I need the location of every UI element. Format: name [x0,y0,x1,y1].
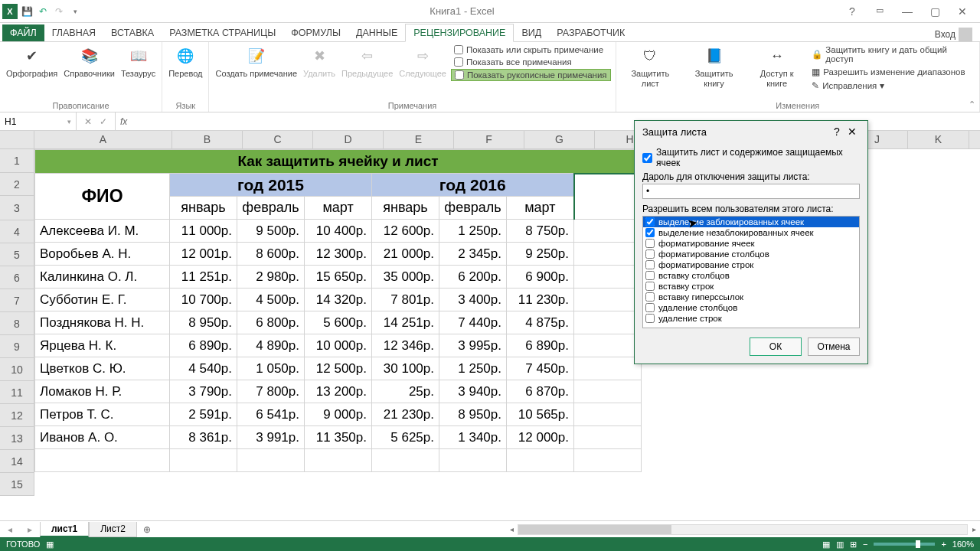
qat-dropdown-icon[interactable]: ▾ [68,5,82,18]
cell[interactable]: 15 650р. [305,266,372,289]
cell[interactable]: 4 875р. [507,311,574,334]
cell[interactable] [439,449,507,472]
cell[interactable]: 4 890р. [237,334,305,357]
cell[interactable]: 2 591р. [170,403,237,426]
cell[interactable]: 5 625р. [372,426,439,449]
zoom-slider[interactable] [874,543,935,546]
col-header-G[interactable]: G [524,131,595,149]
cell[interactable]: Калинкина О. Л. [35,266,170,289]
row-header-11[interactable]: 11 [0,381,34,404]
col-header-B[interactable]: B [172,131,243,149]
cell[interactable]: 6 890р. [507,334,574,357]
cell[interactable] [574,266,642,289]
cell[interactable]: 12 300р. [305,243,372,266]
cell[interactable]: Алексеева И. М. [35,220,170,243]
ok-button[interactable]: ОК [750,337,802,356]
view-normal-icon[interactable]: ▦ [822,540,830,549]
cell[interactable]: 8 950р. [439,403,507,426]
proof-2[interactable]: 📖Тезаурус [119,44,157,80]
cell[interactable]: 11 230р. [507,289,574,311]
scroll-thumb[interactable] [518,525,671,534]
cell[interactable]: март [507,197,574,220]
cell[interactable]: февраль [237,197,305,220]
undo-icon[interactable]: ↶ [36,5,50,18]
show-ink-toggle[interactable]: Показать рукописные примечания [451,69,611,81]
ribbon-tab-вид[interactable]: ВИД [514,24,549,41]
perm-checkbox[interactable] [645,303,655,312]
cell[interactable]: 11 251р. [170,266,237,289]
cell[interactable]: Цветков С. Ю. [35,357,170,380]
cell[interactable]: 7 801р. [372,289,439,311]
col-header-C[interactable]: C [243,131,313,149]
cell[interactable]: Как защитить ячейку и лист [35,150,642,174]
cell[interactable]: 2 345р. [439,243,507,266]
cell[interactable] [574,449,642,472]
cell[interactable]: 10 400р. [305,220,372,243]
perm-item-9[interactable]: удаление строк [643,313,859,324]
row-header-3[interactable]: 3 [0,196,34,220]
cell[interactable]: 14 251р. [372,311,439,334]
row-header-7[interactable]: 7 [0,289,34,312]
login-link[interactable]: Вход [935,29,956,40]
cell[interactable] [574,311,642,334]
cancel-button[interactable]: Отмена [808,337,860,356]
cell[interactable]: 11 350р. [305,426,372,449]
cell[interactable] [574,174,642,220]
col-header-L[interactable]: L [969,131,980,149]
cell[interactable]: 1 250р. [439,357,507,380]
show-all-comments-toggle[interactable]: Показать все примечания [451,57,611,67]
cell[interactable] [574,334,642,357]
cell[interactable] [507,449,574,472]
cell[interactable]: 1 340р. [439,426,507,449]
cell[interactable] [574,426,642,449]
protect-book-button[interactable]: 📘Защитить книгу [683,44,745,90]
perm-item-0[interactable]: выделение заблокированных ячеек [643,217,859,227]
cell[interactable]: ФИО [35,174,170,220]
row-header-13[interactable]: 13 [0,427,34,450]
cell[interactable]: год 2016 [372,174,574,197]
row-header-10[interactable]: 10 [0,358,34,381]
cell[interactable]: 3 991р. [237,426,305,449]
ribbon-tab-главная[interactable]: ГЛАВНАЯ [44,24,103,41]
cell[interactable]: год 2015 [170,174,372,197]
cell[interactable] [574,380,642,403]
cell[interactable]: 3 940р. [439,380,507,403]
select-all-corner[interactable] [0,131,34,149]
perm-checkbox[interactable] [645,239,655,248]
col-header-E[interactable]: E [384,131,454,149]
user-icon[interactable] [959,28,972,41]
help-icon[interactable]: ? [842,5,862,18]
cell[interactable]: 6 200р. [439,266,507,289]
allow-ranges-button[interactable]: ▦Разрешить изменение диапазонов [808,66,975,78]
delete-comment-button[interactable]: ✖Удалить [302,44,337,80]
cell[interactable]: февраль [439,197,507,220]
cell[interactable]: 13 200р. [305,380,372,403]
perm-item-6[interactable]: вставку строк [643,281,859,292]
cell[interactable]: Позднякова Н. Н. [35,311,170,334]
translate-button[interactable]: 🌐Перевод [167,44,204,80]
perm-item-4[interactable]: форматирование строк [643,259,859,270]
cell[interactable]: Петров Т. С. [35,403,170,426]
close-button[interactable]: ✕ [952,5,972,18]
ribbon-collapse-icon[interactable]: ⌃ [969,99,975,109]
cell[interactable]: 35 000р. [372,266,439,289]
perm-checkbox[interactable] [645,271,655,280]
cell[interactable]: 7 450р. [507,357,574,380]
cell[interactable]: 8 361р. [170,426,237,449]
cell[interactable]: Ярцева Н. К. [35,334,170,357]
dialog-close-button[interactable]: ✕ [844,126,860,138]
prev-comment-button[interactable]: ⇦Предыдущее [340,44,394,80]
perm-item-7[interactable]: вставку гиперссылок [643,292,859,302]
view-layout-icon[interactable]: ▥ [836,540,844,549]
cell[interactable]: март [305,197,372,220]
password-input[interactable] [642,184,860,199]
cell[interactable]: 30 100р. [372,357,439,380]
sheet-nav-next-icon[interactable]: ▸ [20,524,40,535]
cell[interactable]: 4 500р. [237,289,305,311]
cell[interactable]: 1 050р. [237,357,305,380]
cell[interactable]: 8 600р. [237,243,305,266]
col-header-F[interactable]: F [454,131,524,149]
cell[interactable] [35,449,170,472]
ribbon-opts-icon[interactable]: ▭ [870,5,890,18]
cell[interactable]: 7 800р. [237,380,305,403]
